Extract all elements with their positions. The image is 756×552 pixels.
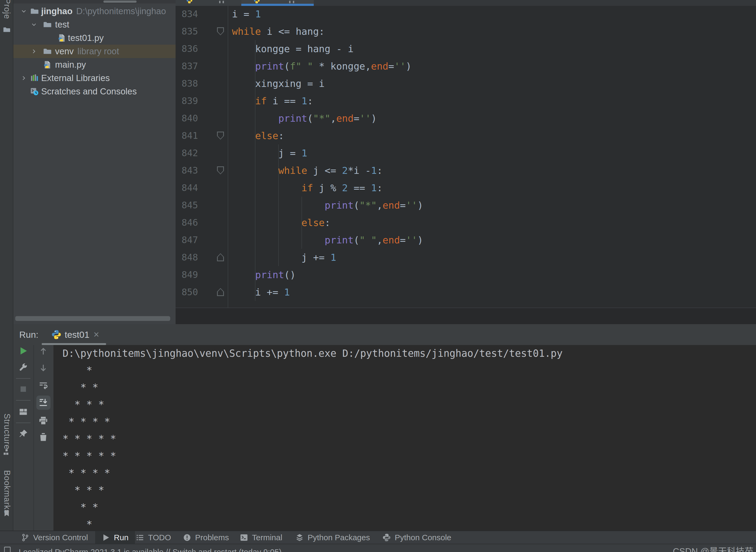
code-line-840[interactable]: print("*",end='') <box>176 110 756 127</box>
structure-icon[interactable] <box>3 448 10 456</box>
close-icon[interactable]: × <box>93 324 99 345</box>
toolbar-separator <box>16 423 30 423</box>
fold-marker-down[interactable] <box>217 166 224 174</box>
code-line-839[interactable]: if i == 1: <box>176 92 756 110</box>
tree-item-external-libraries[interactable]: External Libraries <box>13 72 176 85</box>
tree-item-jinghao[interactable]: jinghaoD:\pythonitems\jinghao <box>13 5 176 18</box>
scroll-to-end-button[interactable] <box>36 396 50 410</box>
tree-item-secondary: D:\pythonitems\jinghao <box>76 6 166 16</box>
code-line-834[interactable]: i = 1 <box>176 5 756 23</box>
toolwindow-button-label: Problems <box>195 533 229 542</box>
print-icon[interactable] <box>38 416 48 425</box>
tree-item-main-py[interactable]: main.py <box>13 58 176 72</box>
fold-marker-up[interactable] <box>217 288 224 296</box>
project-toolbar-scrollbar[interactable] <box>104 1 137 3</box>
code-line-850[interactable]: i += 1 <box>176 283 756 301</box>
code-line-843[interactable]: while j <= 2*i -1: <box>176 162 756 179</box>
toolwindow-button-terminal[interactable]: Terminal <box>240 531 282 544</box>
toolwindow-button-label: Python Packages <box>308 533 370 542</box>
navigate-down-icon[interactable] <box>38 363 48 373</box>
console-output-line: * * * <box>53 396 756 413</box>
tree-item-test[interactable]: test <box>13 18 176 31</box>
run-tab[interactable]: test01 <box>65 324 89 345</box>
toolwindow-button-run[interactable]: Run <box>95 531 135 544</box>
tree-item-label: main.py <box>55 59 86 70</box>
fold-marker-down[interactable] <box>217 27 224 35</box>
tree-horizontal-scrollbar[interactable] <box>15 316 170 321</box>
stop-icon[interactable] <box>18 384 28 394</box>
chevron-right-icon[interactable] <box>20 75 27 82</box>
notification-window-icon[interactable] <box>4 546 11 552</box>
bookmarks-stripe-button[interactable]: Bookmarks <box>2 470 12 507</box>
toolwindow-button-python-console[interactable]: Python Console <box>382 531 451 544</box>
console-command-line: D:\pythonitems\jinghao\venv\Scripts\pyth… <box>53 345 756 362</box>
code-editor[interactable]: 8348358368378388398408418428438448458468… <box>176 0 756 324</box>
bookmark-icon[interactable] <box>3 510 10 517</box>
soft-wrap-icon[interactable] <box>38 381 48 391</box>
toolwindow-button-label: Run <box>114 533 129 542</box>
console-output-line: * * * * <box>53 465 756 482</box>
chevron-right-icon[interactable] <box>30 48 37 55</box>
code-line-847[interactable]: print(" ",end='') <box>176 231 756 249</box>
python-file-icon <box>43 60 52 69</box>
run-console[interactable]: D:\pythonitems\jinghao\venv\Scripts\pyth… <box>53 345 756 531</box>
console-output-line: * <box>53 516 756 531</box>
fold-marker-down[interactable] <box>217 132 224 140</box>
folder-icon[interactable] <box>3 26 11 34</box>
toolwindow-bar: Version ControlRunTODOProblemsTerminalPy… <box>0 531 756 544</box>
chevron-down-icon[interactable] <box>20 8 27 15</box>
tree-item-label: Scratches and Consoles <box>41 87 137 97</box>
toolwindow-button-version-control[interactable]: Version Control <box>21 531 88 544</box>
run-icon[interactable] <box>18 346 28 356</box>
python-gray-icon <box>382 533 391 542</box>
tree-item-label: test01.py <box>68 33 104 43</box>
run-label: Run: <box>19 324 38 345</box>
restore-layout-icon[interactable] <box>18 407 28 417</box>
run-toolwindow-header: Run: test01 × <box>13 324 756 345</box>
toolwindow-button-todo[interactable]: TODO <box>136 531 171 544</box>
code-line-837[interactable]: print(f" " * kongge,end='') <box>176 57 756 75</box>
code-line-845[interactable]: print("*",end='') <box>176 196 756 214</box>
code-line-836[interactable]: kongge = hang - i <box>176 40 756 57</box>
code-line-838[interactable]: xingxing = i <box>176 75 756 92</box>
folder-icon <box>43 47 52 56</box>
toolwindow-button-python-packages[interactable]: Python Packages <box>295 531 370 544</box>
clear-all-icon[interactable] <box>38 432 48 442</box>
scratches-icon <box>30 87 39 96</box>
console-output-line: * * * * <box>53 413 756 431</box>
status-bar: Localized PyCharm 2021.3.1 is available … <box>0 544 756 552</box>
code-line-844[interactable]: if j % 2 == 1: <box>176 179 756 196</box>
fold-marker-up[interactable] <box>217 253 224 261</box>
editor-tab-inactive[interactable] <box>176 0 241 6</box>
project-tree-panel: jinghaoD:\pythonitems\jinghaotesttest01.… <box>13 0 176 324</box>
tree-item-test01-py[interactable]: test01.py <box>13 31 176 45</box>
navigate-up-icon[interactable] <box>38 347 48 356</box>
chevron-down-icon[interactable] <box>30 21 37 28</box>
python-icon <box>253 0 260 3</box>
folder-icon <box>43 20 52 29</box>
run-tab-underline <box>42 343 106 345</box>
status-message[interactable]: Localized PyCharm 2021.3.1 is available … <box>19 547 281 552</box>
console-output-line: * <box>53 362 756 379</box>
git-branch-icon <box>21 533 29 542</box>
code-line-835[interactable]: while i <= hang: <box>176 23 756 40</box>
tree-item-scratches-and-consoles[interactable]: Scratches and Consoles <box>13 85 176 98</box>
code-line-841[interactable]: else: <box>176 127 756 144</box>
toolwindow-button-problems[interactable]: Problems <box>183 531 229 544</box>
code-line-842[interactable]: j = 1 <box>176 144 756 162</box>
tree-item-label: venv <box>55 46 74 56</box>
editor-hscrollbar-track[interactable] <box>176 307 756 324</box>
project-stripe-button[interactable]: Proje <box>2 0 12 24</box>
console-output-line: * * * * * <box>53 431 756 448</box>
console-output-line: * * * <box>53 482 756 499</box>
code-line-846[interactable]: else: <box>176 214 756 231</box>
tab-text-remnant <box>223 1 224 3</box>
tree-item-label: test <box>55 19 69 30</box>
pin-icon[interactable] <box>18 429 28 439</box>
tree-item-venv[interactable]: venvlibrary root <box>13 45 176 58</box>
edit-configuration-icon[interactable] <box>18 363 28 372</box>
toolwindow-button-label: Python Console <box>395 533 451 542</box>
code-line-848[interactable]: j += 1 <box>176 249 756 266</box>
code-line-849[interactable]: print() <box>176 266 756 283</box>
structure-stripe-button[interactable]: Structure <box>2 413 12 445</box>
